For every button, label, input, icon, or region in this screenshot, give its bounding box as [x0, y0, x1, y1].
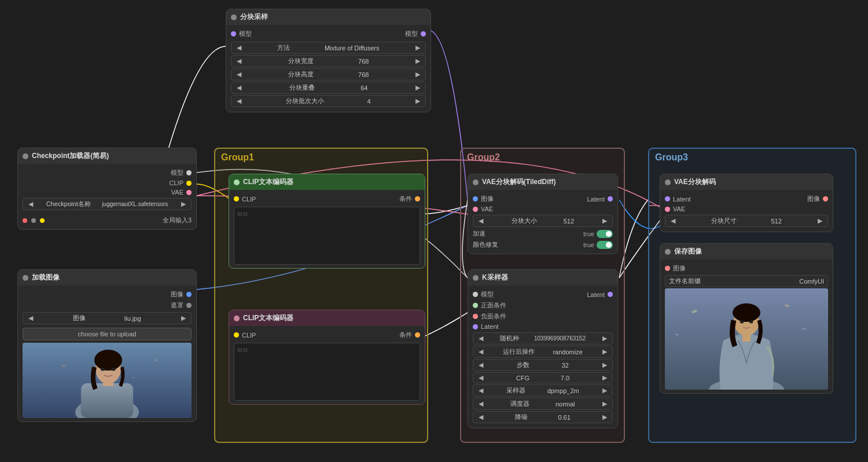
clip1-text-content: text: [237, 210, 248, 217]
cfg-label: CFG: [516, 375, 529, 382]
k-model-label: 模型: [481, 290, 494, 299]
checkpoint-node: Checkpoint加载器(简易) 模型 CLIP VAE ◀ Checkpoi…: [17, 148, 197, 230]
denoise-value: 0.61: [558, 414, 570, 421]
k-pos-label: 正面条件: [481, 301, 506, 310]
method-row[interactable]: ◀ 方法 Mixture of Diffusers ▶: [231, 42, 426, 54]
global-input-label: 全局输入3: [163, 216, 192, 225]
block-batch-label: 分块批次大小: [286, 97, 324, 105]
color-toggle[interactable]: true: [583, 241, 613, 249]
decode-block-value: 512: [771, 218, 781, 225]
block-width-value: 768: [358, 58, 369, 65]
output-image-preview: [665, 288, 828, 390]
svg-point-6: [101, 368, 105, 371]
block-batch-row[interactable]: ◀ 分块批次大小 4 ▶: [231, 95, 426, 107]
latent-in-label: Latent: [673, 196, 691, 203]
vae-decode-title: VAE分块解码: [674, 177, 716, 187]
sampler-label: 采样器: [506, 386, 525, 395]
after-row[interactable]: ◀ 运行后操作 randomize ▶: [473, 346, 613, 358]
svg-point-19: [733, 303, 760, 322]
vae-image-in-label: 图像: [481, 195, 494, 203]
image-preview: [23, 343, 192, 418]
filename-value: ComfyUI: [799, 278, 824, 285]
svg-point-7: [111, 368, 116, 371]
vae-decode-in-label: VAE: [673, 206, 685, 212]
model-port-label: 模型: [239, 30, 252, 38]
image-output-label: 图像: [171, 290, 183, 299]
checkpoint-title: Checkpoint加载器(简易): [32, 151, 109, 161]
block-batch-value: 4: [367, 98, 371, 105]
sampler-row[interactable]: ◀ 采样器 dpmpp_2m ▶: [473, 384, 613, 397]
checkpoint-name-label: Checkpoint名称: [46, 200, 91, 208]
color-label: 颜色修复: [473, 240, 498, 249]
scheduler-label: 调度器: [510, 399, 529, 408]
denoise-label: 降噪: [515, 413, 528, 421]
block-width-label: 分块宽度: [288, 57, 314, 65]
denoise-row[interactable]: ◀ 降噪 0.61 ▶: [473, 411, 613, 423]
color-value: true: [583, 241, 594, 248]
decode-block-label: 分块尺寸: [711, 217, 737, 225]
after-value: randomize: [553, 349, 582, 355]
clip-encoder1-node: CLIP文本编码器 CLIP 条件 text: [229, 174, 425, 269]
method-value: Mixture of Diffusers: [325, 45, 380, 52]
clip2-in-label: CLIP: [242, 332, 256, 339]
decode-block-row[interactable]: ◀ 分块尺寸 512 ▶: [665, 215, 828, 227]
svg-point-21: [749, 321, 753, 324]
save-image-node: 保存图像 图像 文件名前缀 ComfyUI: [660, 243, 833, 394]
scheduler-row[interactable]: ◀ 调度器 normal ▶: [473, 398, 613, 410]
block-size-label: 分块大小: [512, 217, 537, 225]
clip-encoder1-title: CLIP文本编码器: [243, 177, 293, 187]
save-image-in-label: 图像: [673, 264, 686, 273]
vae-tiled-decode-title: VAE分块解码(TiledDiff): [482, 177, 556, 187]
k-latent-in-label: Latent: [481, 323, 499, 330]
latent-out-label: Latent: [587, 196, 605, 203]
image-out-label: 图像: [807, 195, 820, 203]
group3-label: Group3: [655, 152, 688, 163]
svg-point-20: [740, 321, 744, 324]
scheduler-value: normal: [556, 401, 575, 408]
seed-row[interactable]: ◀ 随机种 1039969908763152 ▶: [473, 332, 613, 344]
model-output-label: 模型: [171, 168, 183, 177]
clip2-text-content: text: [237, 346, 248, 353]
block-width-row[interactable]: ◀ 分块宽度 768 ▶: [231, 55, 426, 67]
steps-label: 步数: [517, 361, 529, 369]
vae-output-label: VAE: [171, 189, 183, 196]
accel-value: true: [583, 230, 594, 237]
block-size-row[interactable]: ◀ 分块大小 512 ▶: [473, 215, 613, 227]
load-image-title: 加载图像: [32, 273, 60, 283]
cfg-row[interactable]: ◀ CFG 7.0 ▶: [473, 372, 613, 383]
filename-label: 文件名前缀: [669, 277, 701, 285]
cfg-value: 7.0: [561, 375, 569, 382]
sampler-value: dpmpp_2m: [547, 387, 579, 394]
svg-point-5: [94, 350, 122, 371]
clip1-in-label: CLIP: [242, 196, 256, 203]
clip-output-label: CLIP: [170, 179, 183, 186]
tiled-sampler-node: 分块采样 模型 模型 ◀ 方法 Mixture of Diffusers ▶: [226, 9, 431, 112]
clip2-text-area[interactable]: text: [234, 343, 420, 401]
save-image-title: 保存图像: [674, 247, 702, 256]
filename-row[interactable]: 文件名前缀 ComfyUI: [665, 275, 828, 287]
k-latent-out-label: Latent: [587, 291, 605, 298]
image-file-row[interactable]: ◀ 图像 liu.jpg ▶: [23, 312, 192, 324]
checkpoint-name-row[interactable]: ◀ Checkpoint名称 juggernautXL.safetensors …: [23, 198, 192, 210]
checkpoint-name-value: juggernautXL.safetensors: [102, 201, 168, 207]
block-size-value: 512: [564, 218, 574, 225]
block-height-row[interactable]: ◀ 分块高度 768 ▶: [231, 68, 426, 80]
group1-label: Group1: [221, 152, 254, 163]
svg-rect-2: [81, 383, 133, 418]
accel-label: 加速: [473, 229, 486, 238]
vae-tiled-decode-node: VAE分块解码(TiledDiff) 图像 Latent VAE: [468, 174, 618, 254]
method-label: 方法: [277, 43, 290, 52]
load-image-node: 加载图像 图像 遮罩 ◀ 图像 liu.jpg ▶ choose file to…: [17, 269, 197, 422]
cond2-out-label: 条件: [399, 331, 412, 339]
after-label: 运行后操作: [503, 347, 535, 356]
block-height-label: 分块高度: [288, 70, 314, 79]
k-neg-label: 负面条件: [481, 312, 506, 321]
k-sampler-title: K采样器: [482, 273, 508, 283]
cond1-out-label: 条件: [399, 195, 412, 203]
accel-toggle[interactable]: true: [583, 230, 613, 238]
upload-button[interactable]: choose file to upload: [23, 328, 192, 340]
steps-row[interactable]: ◀ 步数 32 ▶: [473, 359, 613, 371]
block-overlap-row[interactable]: ◀ 分块重叠 64 ▶: [231, 82, 426, 94]
clip1-text-area[interactable]: text: [234, 207, 420, 265]
mask-output-label: 遮罩: [171, 301, 183, 310]
